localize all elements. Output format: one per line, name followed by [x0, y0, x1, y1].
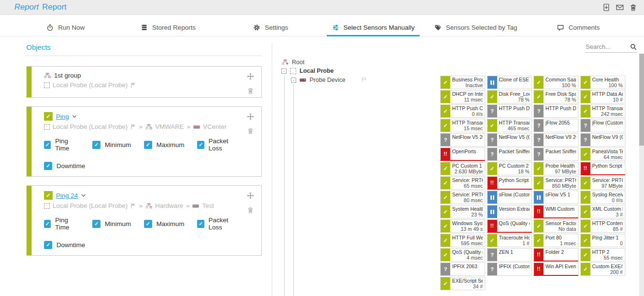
sensor-tile[interactable]: ?jFlow 2055 — [533, 119, 578, 132]
checkbox-minimum[interactable]: Minimum — [92, 137, 131, 152]
tree-collapse-icon[interactable]: - — [281, 68, 287, 74]
checkbox-downtime[interactable]: Downtime — [44, 162, 85, 170]
sensor-tile[interactable]: ✓HTTP Transact...242 msec — [580, 104, 625, 118]
sensor-tile[interactable]: ?HTTP Push Da... — [533, 104, 578, 118]
sensor-tile[interactable]: ✓Business Proc...Inactive — [440, 76, 485, 89]
sensor-tile[interactable]: !!Python Script ... — [487, 176, 532, 190]
checkbox-ping-time[interactable]: Ping Time — [44, 216, 79, 231]
checkbox-box[interactable] — [144, 220, 152, 228]
sensor-tile[interactable]: ✓HTTP Full Web...595 msec — [440, 234, 485, 247]
checkbox-box[interactable] — [144, 141, 152, 149]
sensor-link[interactable]: Ping — [56, 113, 69, 120]
sensor-tile[interactable]: ✓Probe Health97 MByte — [533, 162, 578, 175]
trash-icon[interactable] — [247, 87, 254, 94]
sensor-tile[interactable]: ?NetFlow V5 (C... — [487, 133, 532, 147]
search-input[interactable] — [586, 43, 626, 50]
sensor-tile[interactable]: ✓Core Health100 % — [580, 76, 625, 89]
checkbox-packet-loss[interactable]: Packet Loss — [197, 137, 238, 152]
sensor-tile[interactable]: ✓PC Custom 12.630 MByte — [440, 162, 485, 175]
tree-node-local-probe[interactable]: - Local Probe — [281, 68, 334, 74]
sensor-tile[interactable]: ✓HTTP Data Ad...10 # — [580, 90, 625, 103]
checkbox-box[interactable] — [44, 162, 52, 170]
sensor-tile[interactable]: !!Python Script ... — [580, 162, 625, 175]
sensor-tile[interactable]: ✓Service: PRTG ...97 MByte — [580, 176, 625, 190]
sensor-tile[interactable]: Clone of ESET ... — [487, 76, 532, 89]
sensor-link[interactable]: Ping 24 — [56, 192, 78, 199]
sensor-tile[interactable]: ✓XML Custom E...3 # — [580, 205, 625, 218]
sensor-tile[interactable]: ✓Service: PRTG ...850 MByte — [533, 176, 578, 190]
checkbox-box[interactable] — [92, 141, 100, 149]
sensor-tile[interactable]: ✓Common SaaS...100 % — [533, 76, 578, 89]
sensor-tile[interactable]: !!WMI Custom S... — [533, 205, 578, 218]
checkbox-maximum[interactable]: Maximum — [144, 216, 185, 231]
sensor-tile[interactable]: ?Packet Sniffer 2 — [533, 148, 578, 161]
vertical-scrollbar[interactable] — [639, 54, 644, 296]
sensor-tile[interactable]: ?ZEN 1 — [487, 248, 532, 262]
tab-settings[interactable]: Settings — [220, 19, 322, 36]
email-report-icon[interactable] — [616, 3, 624, 11]
move-handle-icon[interactable] — [247, 192, 254, 199]
trash-icon[interactable] — [247, 127, 254, 135]
checkbox-packet-loss[interactable]: Packet Loss — [197, 216, 238, 231]
sensor-tile[interactable]: ✓Port 801 msec — [533, 234, 578, 247]
chevron-down-icon[interactable] — [81, 194, 86, 197]
sensor-tile[interactable]: ✓EXE/Script Sen...34 # — [440, 277, 485, 290]
sensor-tile[interactable]: ?IPFIX 2063 — [440, 262, 485, 276]
checkbox-box[interactable] — [197, 141, 204, 149]
sensor-tile[interactable]: ✓Ping Jitter 10 — [580, 234, 625, 247]
sensor-tile[interactable]: ✓Windows Syst...13 m 49 s — [440, 219, 485, 233]
checkbox-maximum[interactable]: Maximum — [144, 137, 185, 152]
sensor-tile[interactable]: ?IPFIX (Custom... — [487, 262, 532, 276]
scrollbar-thumb[interactable] — [639, 54, 644, 146]
tab-run-now[interactable]: Run Now — [14, 19, 117, 36]
trash-icon[interactable] — [247, 206, 254, 214]
checkbox-box[interactable] — [197, 220, 204, 228]
sensor-tile[interactable]: ?NetFlow V9 (C... — [580, 133, 625, 147]
tree-node-root[interactable]: Root — [282, 59, 304, 66]
sensor-tile[interactable]: ✓Disk Free_Local78 % — [487, 90, 532, 103]
search-icon[interactable] — [630, 44, 637, 50]
checkbox-downtime[interactable]: Downtime — [44, 241, 85, 249]
sensor-tile[interactable]: ?NetFlow V9 20... — [533, 133, 578, 147]
checkbox-box[interactable] — [92, 220, 100, 228]
sensor-tile[interactable]: ✓DHCP on Intel(...11 msec — [440, 90, 485, 103]
sensor-tile[interactable]: ✓Custom EXE/S...200 # — [580, 262, 625, 276]
sensor-tile[interactable]: ✓HTTP Transact...465 msec — [487, 119, 532, 132]
sensor-tile[interactable]: ✓Service: PRTG ...80 msec — [440, 191, 485, 204]
checkbox-ping-time[interactable]: Ping Time — [44, 137, 79, 152]
move-handle-icon[interactable] — [247, 73, 254, 80]
sensor-tile[interactable]: ?Packet Sniffer 1 — [487, 148, 532, 161]
sensor-tile[interactable]: ✓Service: PRTG ...65 msec — [440, 176, 485, 190]
sensor-tile[interactable]: ✓HTTP Push Co...0 #/s — [440, 104, 485, 118]
sensor-tile[interactable]: ✓Traceroute Ho...1 # — [487, 234, 532, 247]
sensor-tile[interactable]: ✓PaneaVista Te...64 msec — [580, 148, 625, 161]
checkbox-minimum[interactable]: Minimum — [92, 216, 131, 231]
tree-node-probe-device[interactable]: - Probe Device — [291, 77, 367, 83]
sensor-tile[interactable]: ?HTTP Push Da... — [487, 104, 532, 118]
checkbox-box[interactable] — [44, 220, 51, 228]
sensor-tile[interactable]: ?jFlow (Custom... — [580, 119, 625, 132]
delete-report-icon[interactable] — [629, 3, 637, 11]
sensor-tile[interactable]: ✓Syslog Receive...0 #/s — [580, 191, 625, 204]
sensor-tile[interactable]: ✓HTTP Transact...15 msec — [440, 119, 485, 132]
checkbox-box[interactable] — [44, 141, 51, 149]
sensor-tile[interactable]: Version Extract... — [487, 205, 532, 218]
sensor-tile[interactable]: ✓Sensor Factory...No data — [533, 219, 578, 233]
sensor-tile[interactable]: ✓QoS (Quality of...4 msec — [440, 248, 485, 262]
checkbox-box[interactable] — [44, 241, 52, 249]
tree-collapse-icon[interactable]: - — [291, 78, 296, 83]
sensor-tile[interactable]: !!QoS (Quality of... — [487, 219, 532, 233]
chevron-down-icon[interactable] — [72, 115, 77, 118]
sensor-tile[interactable]: ✓System Health23 % — [440, 205, 485, 218]
sensor-tile[interactable]: sFlow (Custom... — [487, 191, 532, 204]
sensor-tile[interactable]: ✓PC Custom 218 % — [487, 162, 532, 175]
sensor-tile[interactable]: !!OpenPorts — [440, 148, 485, 161]
sensor-tile[interactable]: !!Win API Eventl... — [533, 262, 578, 276]
sensor-tile[interactable]: ✓Free Disk Spac...78 % — [533, 90, 578, 103]
sensor-tile[interactable]: ✓HTTP Content 185 # — [580, 219, 625, 233]
sensor-tile[interactable]: ?NetFlow V5 20... — [440, 133, 485, 147]
tab-stored-reports[interactable]: Stored Reports — [117, 19, 219, 36]
tab-sensors-selected-by-tag[interactable]: Sensors Selected by Tag — [424, 19, 527, 36]
sensor-tile[interactable]: ✓HTTP 255 msec — [580, 248, 625, 262]
move-handle-icon[interactable] — [247, 113, 254, 120]
